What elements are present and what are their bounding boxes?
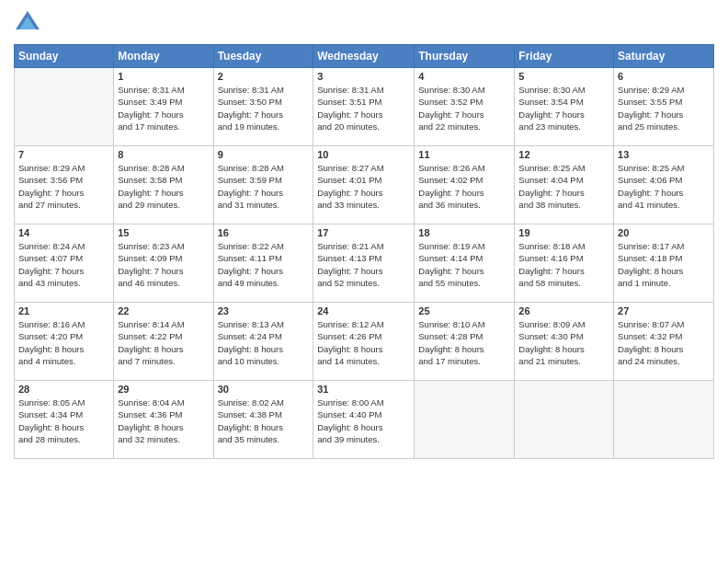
calendar-cell: 31Sunrise: 8:00 AMSunset: 4:40 PMDayligh…	[313, 381, 415, 459]
calendar-cell: 11Sunrise: 8:26 AMSunset: 4:02 PMDayligh…	[415, 146, 515, 224]
weekday-header-saturday: Saturday	[614, 45, 714, 68]
calendar-cell: 19Sunrise: 8:18 AMSunset: 4:16 PMDayligh…	[515, 224, 614, 303]
day-info: Sunrise: 8:22 AMSunset: 4:11 PMDaylight:…	[218, 240, 310, 289]
day-info: Sunrise: 8:31 AMSunset: 3:49 PMDaylight:…	[118, 84, 209, 132]
day-number: 13	[618, 149, 710, 160]
logo-icon	[14, 9, 41, 37]
calendar-table: SundayMondayTuesdayWednesdayThursdayFrid…	[14, 44, 714, 459]
day-number: 4	[418, 71, 510, 82]
weekday-header-wednesday: Wednesday	[313, 45, 415, 68]
day-number: 6	[618, 71, 710, 82]
day-info: Sunrise: 8:19 AMSunset: 4:14 PMDaylight:…	[418, 240, 510, 289]
day-info: Sunrise: 8:14 AMSunset: 4:22 PMDaylight:…	[118, 318, 209, 367]
day-info: Sunrise: 8:10 AMSunset: 4:28 PMDaylight:…	[418, 318, 510, 367]
day-info: Sunrise: 8:31 AMSunset: 3:50 PMDaylight:…	[218, 84, 310, 132]
calendar-cell: 5Sunrise: 8:30 AMSunset: 3:54 PMDaylight…	[515, 68, 614, 146]
day-info: Sunrise: 8:18 AMSunset: 4:16 PMDaylight:…	[518, 240, 609, 289]
day-number: 24	[317, 305, 410, 316]
day-info: Sunrise: 8:28 AMSunset: 3:58 PMDaylight:…	[118, 162, 209, 211]
calendar-cell: 18Sunrise: 8:19 AMSunset: 4:14 PMDayligh…	[415, 224, 515, 303]
day-number: 18	[418, 227, 510, 238]
calendar-cell: 27Sunrise: 8:07 AMSunset: 4:32 PMDayligh…	[614, 303, 714, 381]
calendar-cell: 3Sunrise: 8:31 AMSunset: 3:51 PMDaylight…	[313, 68, 415, 146]
day-number: 23	[218, 305, 310, 316]
calendar-cell: 7Sunrise: 8:29 AMSunset: 3:56 PMDaylight…	[15, 146, 114, 224]
calendar-week-1: 7Sunrise: 8:29 AMSunset: 3:56 PMDaylight…	[15, 146, 714, 224]
day-info: Sunrise: 8:27 AMSunset: 4:01 PMDaylight:…	[317, 162, 410, 211]
calendar-cell: 4Sunrise: 8:30 AMSunset: 3:52 PMDaylight…	[415, 68, 515, 146]
day-number: 25	[418, 305, 510, 316]
day-number: 15	[118, 227, 209, 238]
day-info: Sunrise: 8:00 AMSunset: 4:40 PMDaylight:…	[317, 396, 410, 445]
day-info: Sunrise: 8:29 AMSunset: 3:55 PMDaylight:…	[618, 84, 710, 132]
day-number: 5	[518, 71, 609, 82]
day-number: 30	[218, 384, 310, 395]
day-info: Sunrise: 8:25 AMSunset: 4:06 PMDaylight:…	[618, 162, 710, 211]
calendar-cell: 23Sunrise: 8:13 AMSunset: 4:24 PMDayligh…	[213, 303, 313, 381]
day-info: Sunrise: 8:16 AMSunset: 4:20 PMDaylight:…	[18, 318, 109, 367]
day-number: 16	[218, 227, 310, 238]
day-number: 19	[518, 227, 609, 238]
weekday-header-friday: Friday	[515, 45, 614, 68]
calendar-cell: 17Sunrise: 8:21 AMSunset: 4:13 PMDayligh…	[313, 224, 415, 303]
day-info: Sunrise: 8:02 AMSunset: 4:38 PMDaylight:…	[218, 396, 310, 445]
calendar-week-0: 1Sunrise: 8:31 AMSunset: 3:49 PMDaylight…	[15, 68, 714, 146]
day-number: 8	[118, 149, 209, 160]
day-info: Sunrise: 8:25 AMSunset: 4:04 PMDaylight:…	[518, 162, 609, 211]
calendar-cell: 12Sunrise: 8:25 AMSunset: 4:04 PMDayligh…	[515, 146, 614, 224]
day-number: 1	[118, 71, 209, 82]
calendar-cell: 14Sunrise: 8:24 AMSunset: 4:07 PMDayligh…	[15, 224, 114, 303]
day-number: 21	[18, 305, 109, 316]
day-info: Sunrise: 8:05 AMSunset: 4:34 PMDaylight:…	[18, 396, 109, 445]
calendar-week-4: 28Sunrise: 8:05 AMSunset: 4:34 PMDayligh…	[15, 381, 714, 459]
calendar-cell	[15, 68, 114, 146]
weekday-header-tuesday: Tuesday	[213, 45, 313, 68]
calendar-cell: 2Sunrise: 8:31 AMSunset: 3:50 PMDaylight…	[213, 68, 313, 146]
day-info: Sunrise: 8:30 AMSunset: 3:52 PMDaylight:…	[418, 84, 510, 132]
weekday-header-thursday: Thursday	[415, 45, 515, 68]
day-number: 10	[317, 149, 410, 160]
calendar-week-2: 14Sunrise: 8:24 AMSunset: 4:07 PMDayligh…	[15, 224, 714, 303]
day-number: 14	[18, 227, 109, 238]
day-number: 12	[518, 149, 609, 160]
calendar-cell: 25Sunrise: 8:10 AMSunset: 4:28 PMDayligh…	[415, 303, 515, 381]
day-number: 7	[18, 149, 109, 160]
day-info: Sunrise: 8:31 AMSunset: 3:51 PMDaylight:…	[317, 84, 410, 132]
day-number: 11	[418, 149, 510, 160]
calendar-header-row: SundayMondayTuesdayWednesdayThursdayFrid…	[15, 45, 714, 68]
calendar-cell: 16Sunrise: 8:22 AMSunset: 4:11 PMDayligh…	[213, 224, 313, 303]
day-info: Sunrise: 8:12 AMSunset: 4:26 PMDaylight:…	[317, 318, 410, 367]
calendar-cell	[614, 381, 714, 459]
calendar-cell	[415, 381, 515, 459]
header	[14, 9, 714, 37]
page: SundayMondayTuesdayWednesdayThursdayFrid…	[0, 0, 728, 563]
day-number: 17	[317, 227, 410, 238]
calendar-cell: 29Sunrise: 8:04 AMSunset: 4:36 PMDayligh…	[114, 381, 213, 459]
day-info: Sunrise: 8:21 AMSunset: 4:13 PMDaylight:…	[317, 240, 410, 289]
day-info: Sunrise: 8:28 AMSunset: 3:59 PMDaylight:…	[218, 162, 310, 211]
calendar-week-3: 21Sunrise: 8:16 AMSunset: 4:20 PMDayligh…	[15, 303, 714, 381]
day-info: Sunrise: 8:09 AMSunset: 4:30 PMDaylight:…	[518, 318, 609, 367]
calendar-cell: 15Sunrise: 8:23 AMSunset: 4:09 PMDayligh…	[114, 224, 213, 303]
calendar-cell: 6Sunrise: 8:29 AMSunset: 3:55 PMDaylight…	[614, 68, 714, 146]
weekday-header-sunday: Sunday	[15, 45, 114, 68]
day-number: 20	[618, 227, 710, 238]
calendar-cell	[515, 381, 614, 459]
calendar-cell: 10Sunrise: 8:27 AMSunset: 4:01 PMDayligh…	[313, 146, 415, 224]
day-info: Sunrise: 8:23 AMSunset: 4:09 PMDaylight:…	[118, 240, 209, 289]
calendar-cell: 20Sunrise: 8:17 AMSunset: 4:18 PMDayligh…	[614, 224, 714, 303]
calendar-cell: 13Sunrise: 8:25 AMSunset: 4:06 PMDayligh…	[614, 146, 714, 224]
weekday-header-monday: Monday	[114, 45, 213, 68]
day-number: 28	[18, 384, 109, 395]
day-number: 2	[218, 71, 310, 82]
day-info: Sunrise: 8:30 AMSunset: 3:54 PMDaylight:…	[518, 84, 609, 132]
calendar-cell: 24Sunrise: 8:12 AMSunset: 4:26 PMDayligh…	[313, 303, 415, 381]
day-info: Sunrise: 8:17 AMSunset: 4:18 PMDaylight:…	[618, 240, 710, 289]
day-number: 26	[518, 305, 609, 316]
day-number: 31	[317, 384, 410, 395]
day-info: Sunrise: 8:26 AMSunset: 4:02 PMDaylight:…	[418, 162, 510, 211]
calendar-cell: 26Sunrise: 8:09 AMSunset: 4:30 PMDayligh…	[515, 303, 614, 381]
day-number: 9	[218, 149, 310, 160]
calendar-cell: 22Sunrise: 8:14 AMSunset: 4:22 PMDayligh…	[114, 303, 213, 381]
logo	[14, 9, 45, 37]
